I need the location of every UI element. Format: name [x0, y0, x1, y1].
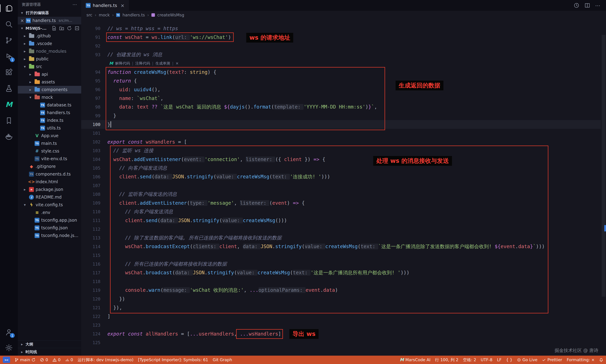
new-folder-icon[interactable] [59, 26, 64, 31]
run-debug-icon[interactable]: 1 [4, 51, 14, 61]
code-line-110[interactable]: 110 // 向客户端发送消息 [81, 207, 601, 216]
status-remote-indicator[interactable]: >< [3, 357, 10, 363]
tree-item-.vscode[interactable]: ▸.vscode [18, 40, 81, 48]
line-number[interactable]: 91 [81, 35, 100, 40]
status-warnings[interactable]: 0 [53, 358, 61, 362]
outline-section[interactable]: ▸ 大纲 [18, 340, 81, 348]
line-number[interactable]: 104 [81, 157, 100, 162]
line-number[interactable]: 92 [81, 43, 100, 49]
tree-item-main.ts[interactable]: TSmain.ts [18, 140, 81, 147]
code-line-94[interactable]: 94function createWsMsg(text?: string) { [81, 68, 601, 77]
code-line-108[interactable]: 108 // 监听客户端发送的消息 [81, 190, 601, 199]
tree-item-public[interactable]: ▸public [18, 55, 81, 63]
code-line-125[interactable]: 125 [81, 338, 601, 347]
line-number[interactable]: 97 [81, 96, 100, 101]
tree-item-package.json[interactable]: ▸npackage.json [18, 186, 81, 193]
line-number[interactable]: 96 [81, 87, 100, 92]
project-header[interactable]: ▾ MSWJS-... [18, 25, 81, 32]
status-prettier[interactable]: Prettier [542, 358, 562, 362]
open-editor-handlers[interactable]: × TS handlers.ts src/m... [18, 17, 81, 25]
bookmarks-icon[interactable] [4, 116, 14, 126]
status-formatting[interactable]: Formatting: × [567, 358, 595, 362]
tree-item-database.ts[interactable]: TSdatabase.ts [18, 101, 81, 109]
line-number[interactable]: 107 [81, 183, 100, 188]
line-number[interactable]: 111 [81, 218, 100, 223]
code-line-91[interactable]: 91const wsChat = ws.link(url: 'ws://wsCh… [81, 33, 601, 41]
line-number[interactable]: 93 [81, 52, 100, 57]
breadcrumb-file[interactable]: handlers.ts [122, 13, 145, 17]
line-number[interactable]: 122 [81, 314, 100, 319]
tree-item-.gitignore[interactable]: ◆.gitignore [18, 163, 81, 170]
more-actions-icon[interactable]: ⋯ [595, 2, 601, 9]
line-number[interactable]: 106 [81, 174, 100, 179]
code-line-121[interactable]: 121 }), [81, 303, 601, 312]
line-number[interactable]: 102 [81, 139, 100, 144]
line-number[interactable]: 112 [81, 227, 100, 232]
status-indentation[interactable]: 空格: 2 [463, 357, 476, 363]
status-marscode-ai[interactable]: MMarsCode AI [400, 357, 431, 362]
line-number[interactable]: 109 [81, 200, 100, 206]
status-cursor-position[interactable]: 行 100, 列 2 [435, 357, 458, 363]
extensions-icon[interactable] [4, 67, 14, 78]
tree-item-vite-env.d.ts[interactable]: TSvite-env.d.ts [18, 155, 81, 163]
codelens-action[interactable]: 生成单测 [155, 61, 170, 66]
tree-item-index.ts[interactable]: TSindex.ts [18, 117, 81, 124]
code-line-107[interactable]: 107 [81, 181, 601, 190]
codelens-marscode[interactable]: M解释代码|注释代码|生成单测|× [81, 59, 601, 68]
line-number[interactable]: 108 [81, 192, 100, 197]
tree-item-utils.ts[interactable]: TSutils.ts [18, 124, 81, 132]
code-line-117[interactable]: 117 wsChat.broadcast(data: JSON.stringif… [81, 268, 601, 277]
codelens-action[interactable]: 注释代码 [135, 61, 150, 66]
line-number[interactable]: 117 [81, 270, 100, 275]
code-line-116[interactable]: 116 // 所有已连接的客户端都将接收到发送的数据 [81, 260, 601, 268]
codelens-close-icon[interactable]: × [175, 61, 179, 65]
refresh-icon[interactable] [67, 26, 72, 31]
code-line-114[interactable]: 114 wsChat.broadcastExcept(clients: clie… [81, 242, 601, 251]
tab-handlers[interactable]: TS handlers.ts × [81, 0, 129, 11]
code-line-100[interactable]: 100} [81, 120, 601, 129]
line-number[interactable]: 90 [81, 26, 100, 31]
split-editor-icon[interactable] [584, 2, 590, 8]
open-editors-header[interactable]: ▾ 打开的编辑器 [18, 9, 81, 17]
code-line-124[interactable]: 124export const allHandlers = [...userHa… [81, 329, 601, 338]
line-number[interactable]: 101 [81, 131, 100, 136]
tree-item-style.css[interactable]: #style.css [18, 147, 81, 155]
collapse-all-icon[interactable] [75, 26, 80, 31]
breadcrumb-symbol[interactable]: createWsMsg [157, 13, 184, 17]
search-icon[interactable] [4, 19, 14, 29]
code-line-122[interactable]: 122] [81, 312, 601, 321]
status-git-graph[interactable]: Git Graph [213, 358, 232, 362]
codelens-action[interactable]: 解释代码 [115, 61, 130, 66]
tree-item-index.html[interactable]: <>index.html [18, 178, 81, 186]
line-number[interactable]: 116 [81, 261, 100, 267]
status-go-live[interactable]: Go Live [517, 358, 537, 362]
line-number[interactable]: 94 [81, 70, 100, 75]
code-line-90[interactable]: 90// ws = http wss = https [81, 24, 601, 33]
history-icon[interactable] [574, 2, 579, 8]
tree-item-src[interactable]: ▾src [18, 63, 81, 70]
code-line-92[interactable]: 92 [81, 41, 601, 50]
line-number[interactable]: 121 [81, 305, 100, 310]
tree-item-assets[interactable]: ▸assets [18, 78, 81, 86]
code-line-103[interactable]: 103 // 监听 ws 连接 [81, 146, 601, 155]
status-encoding[interactable]: UTF-8 [481, 358, 493, 362]
code-line-113[interactable]: 113 // 除了发送数据的客户端, 所有已连接的客户端都将接收到发送的数据 [81, 234, 601, 242]
code-line-102[interactable]: 102export const wsHandlers = [ [81, 138, 601, 146]
status-ports[interactable]: 0 [65, 358, 73, 362]
tree-item-components.d.ts[interactable]: TScomponents.d.ts [18, 170, 81, 178]
code-line-95[interactable]: 95 return { [81, 77, 601, 85]
testing-icon[interactable] [4, 83, 14, 93]
code-line-105[interactable]: 105 // 向客户端发送消息 [81, 164, 601, 172]
code-line-93[interactable]: 93// 创建发送的 ws 消息 [81, 50, 601, 59]
tree-item-readme.md[interactable]: iREADME.md [18, 193, 81, 201]
code-line-104[interactable]: 104 wsChat.addEventListener(event: 'conn… [81, 155, 601, 164]
scrollbar[interactable] [602, 35, 606, 297]
tree-item-node-modules[interactable]: ▸node_modules [18, 48, 81, 55]
breadcrumb-mock[interactable]: mock [99, 13, 110, 17]
code-line-119[interactable]: 119 console.warn(message: 'wsChat 收到的消息:… [81, 286, 601, 295]
tree-item-.env[interactable]: ≡.env [18, 209, 81, 216]
line-number[interactable]: 125 [81, 340, 100, 345]
marscode-icon[interactable]: M [4, 100, 14, 110]
line-number[interactable]: 113 [81, 235, 100, 240]
breadcrumb-src[interactable]: src [86, 13, 92, 17]
